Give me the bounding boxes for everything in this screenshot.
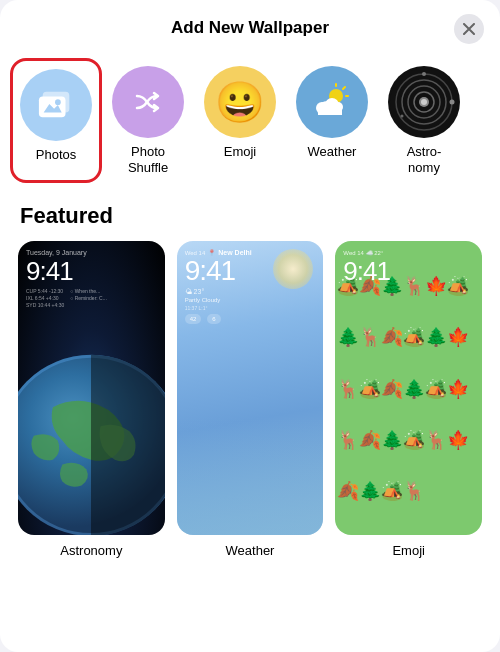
astro-date: Tuesday, 9 January	[26, 249, 157, 256]
flight-row: IXL 6:54 +4:30	[26, 295, 64, 301]
shuffle-icon-circle	[112, 66, 184, 138]
weather-temp: 🌤 23°	[185, 288, 205, 295]
astronomy-icon	[388, 66, 460, 138]
astro-flights: CUP 5:44 -12:30 IXL 6:54 +4:30 SYD 10:44…	[26, 288, 157, 308]
type-item-photo-shuffle[interactable]: Photo Shuffle	[102, 58, 194, 183]
notification-row: ○ When the...	[70, 288, 107, 294]
emoji-clock: 9:41	[343, 258, 474, 284]
emoji-icon-circle: 😀	[204, 66, 276, 138]
type-item-astronomy[interactable]: Astro-nomy	[378, 58, 470, 183]
weather-clock: 9:41	[185, 257, 316, 285]
astronomy-icon-circle	[388, 66, 460, 138]
emoji-icon: 😀	[215, 82, 265, 122]
modal-title: Add New Wallpaper	[171, 18, 329, 38]
svg-rect-11	[318, 106, 342, 115]
flight-row: CUP 5:44 -12:30	[26, 288, 64, 294]
earth-visual	[18, 350, 165, 535]
weather-badges: 42 6	[185, 314, 316, 324]
wallpaper-card-weather[interactable]: Wed 14 📍 New Delhi 9:41 🌤 23° Partly Clo…	[177, 241, 324, 557]
wallpaper-card-astronomy[interactable]: Tuesday, 9 January 9:41 CUP 5:44 -12:30 …	[18, 241, 165, 557]
shuffle-icon	[129, 83, 167, 121]
type-item-weather[interactable]: Weather	[286, 58, 378, 183]
weather-card-label: Weather	[226, 543, 275, 558]
weather-detail: 11:37 L:1°	[185, 305, 316, 311]
aqi-value: 42	[190, 316, 197, 322]
svg-rect-1	[39, 96, 66, 117]
astronomy-background: Tuesday, 9 January 9:41 CUP 5:44 -12:30 …	[18, 241, 165, 534]
weather-type-label: Weather	[308, 144, 357, 160]
photos-type-label: Photos	[36, 147, 76, 163]
modal-header: Add New Wallpaper	[0, 0, 500, 52]
emoji-card-label: Emoji	[392, 543, 425, 558]
weather-stats: 🌤 23°	[185, 288, 316, 295]
wallpaper-type-selector: Photos Photo Shuffle 😀 Emoji	[0, 52, 500, 193]
svg-point-2	[55, 99, 61, 105]
svg-point-19	[450, 100, 455, 105]
type-item-emoji[interactable]: 😀 Emoji	[194, 58, 286, 183]
add-wallpaper-modal: Add New Wallpaper Ph	[0, 0, 500, 652]
type-item-photos[interactable]: Photos	[10, 58, 102, 183]
aqi-badge: 42	[185, 314, 202, 324]
weather-background: Wed 14 📍 New Delhi 9:41 🌤 23° Partly Clo…	[177, 241, 324, 534]
uv-badge: 6	[207, 314, 220, 324]
notification-row: ○ Reminder: C...	[70, 295, 107, 301]
astro-clock: 9:41	[26, 258, 157, 284]
weather-preview: Wed 14 📍 New Delhi 9:41 🌤 23° Partly Clo…	[177, 241, 324, 534]
astronomy-type-label: Astro-nomy	[407, 144, 442, 175]
svg-point-21	[401, 115, 404, 118]
photos-icon-circle	[20, 69, 92, 141]
featured-section-label: Featured	[0, 193, 500, 241]
flight-row: SYD 10:44 +4:30	[26, 302, 64, 308]
svg-line-5	[343, 87, 345, 89]
svg-point-18	[421, 99, 427, 105]
close-button[interactable]	[454, 14, 484, 44]
weather-icon-circle	[296, 66, 368, 138]
photo-shuffle-type-label: Photo Shuffle	[128, 144, 168, 175]
sky-gradient	[177, 417, 324, 534]
weather-icon	[310, 80, 354, 124]
wallpaper-card-emoji[interactable]: Wed 14 ☁️ 22° 9:41 🏕️🍂🌲🦌 🍁🏕️🌲🦌 🍂🏕️🌲🍁 🦌🏕️…	[335, 241, 482, 557]
uv-value: 6	[212, 316, 215, 322]
emoji-preview: Wed 14 ☁️ 22° 9:41 🏕️🍂🌲🦌 🍁🏕️🌲🦌 🍂🏕️🌲🍁 🦌🏕️…	[335, 241, 482, 534]
weather-condition: Partly Cloudy	[185, 297, 316, 303]
astronomy-preview: Tuesday, 9 January 9:41 CUP 5:44 -12:30 …	[18, 241, 165, 534]
svg-point-20	[422, 72, 426, 76]
emoji-background: Wed 14 ☁️ 22° 9:41 🏕️🍂🌲🦌 🍁🏕️🌲🦌 🍂🏕️🌲🍁 🦌🏕️…	[335, 241, 482, 534]
astronomy-card-label: Astronomy	[60, 543, 122, 558]
featured-grid: Tuesday, 9 January 9:41 CUP 5:44 -12:30 …	[0, 241, 500, 557]
emoji-type-label: Emoji	[224, 144, 257, 160]
photos-icon	[35, 86, 77, 124]
emoji-date: Wed 14 ☁️ 22°	[343, 249, 474, 256]
close-icon	[463, 23, 475, 35]
